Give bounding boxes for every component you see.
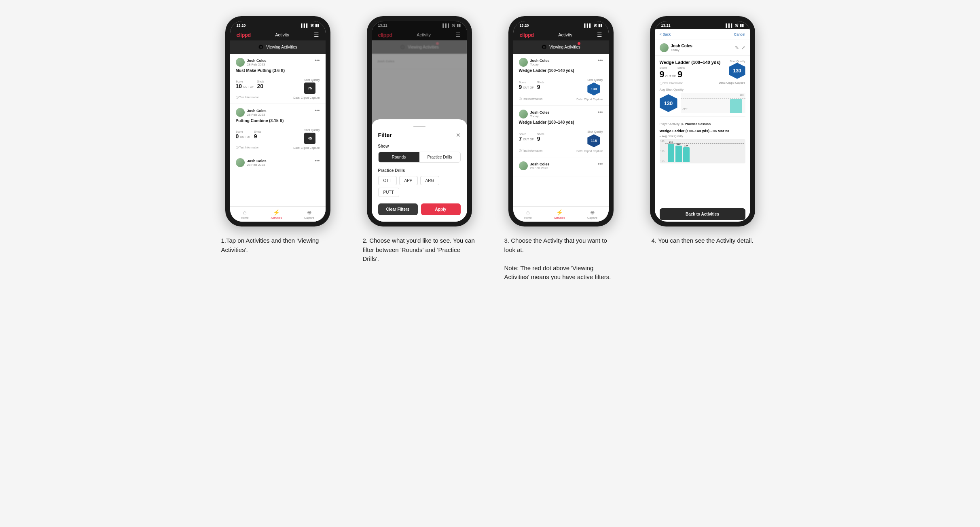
modal-close-button[interactable]: ✕ bbox=[456, 132, 461, 138]
dots-menu-3-1[interactable]: ••• bbox=[598, 58, 603, 63]
bar-item-3: 124 bbox=[683, 144, 690, 162]
user-name-3-3: Josh Coles bbox=[530, 162, 550, 166]
toggle-rounds[interactable]: Rounds bbox=[379, 152, 419, 162]
bottom-nav-3: ⌂ Home ⚡ Activities ⊕ Capture bbox=[513, 206, 609, 222]
shots-val-3-2: 9 bbox=[537, 135, 544, 142]
capture-icon-3: ⊕ bbox=[590, 209, 595, 216]
hamburger-icon-3[interactable]: ☰ bbox=[597, 32, 602, 38]
hamburger-icon-1[interactable]: ☰ bbox=[314, 32, 319, 38]
nav-bar-3: clippd Activity ☰ bbox=[513, 29, 609, 40]
drill-btn-ott[interactable]: OTT bbox=[378, 176, 397, 185]
dots-menu-3-3[interactable]: ••• bbox=[598, 161, 603, 167]
practice-drills-label: Practice Drills bbox=[378, 168, 461, 173]
phone-1: 13:20 ▌▌▌ ⌘ ▮▮ clippd Activity ☰ ⚙ Vie bbox=[225, 16, 330, 226]
nav-activities-3[interactable]: ⚡ Activities bbox=[554, 209, 565, 219]
card-footer-3-2: ⓘ Test Information Data: Clippd Capture bbox=[519, 149, 603, 153]
phone-3: 13:20 ▌▌▌ ⌘ ▮▮ clippd Activity ☰ ⚙ Vie bbox=[508, 16, 614, 226]
activity-title-3-1: Wedge Ladder (100–140 yds) bbox=[519, 68, 603, 73]
detail-user-date: Today bbox=[671, 48, 692, 52]
dots-menu-3-2[interactable]: ••• bbox=[598, 110, 603, 115]
shots-group-1-1: Shots 20 bbox=[257, 80, 264, 89]
user-info-1-2: Josh Coles 28 Feb 2023 bbox=[236, 108, 267, 117]
sq-group-1-1: Shot Quality 75 bbox=[304, 75, 320, 94]
filter-modal: Filter ✕ Show Rounds Practice Drills Pra… bbox=[372, 119, 467, 222]
home-icon-3: ⌂ bbox=[526, 209, 529, 216]
detail-content: Wedge Ladder (100–140 yds) Score 9 OUT O… bbox=[655, 56, 750, 207]
back-button[interactable]: < Back bbox=[660, 32, 671, 36]
wifi-icon-3: ⌘ bbox=[593, 23, 597, 28]
avg-label: Avg Shot Quality bbox=[660, 88, 745, 91]
back-to-activities-button[interactable]: Back to Activities bbox=[660, 208, 745, 220]
battery-icon-1: ▮▮ bbox=[315, 23, 319, 28]
hex-badge-3-2: 118 bbox=[587, 134, 600, 147]
shots-group-3-1: Shots 9 bbox=[537, 81, 544, 90]
activity-card-3-2[interactable]: Josh Coles Today ••• Wedge Ladder (100–1… bbox=[513, 106, 609, 157]
modal-overlay-2: Filter ✕ Show Rounds Practice Drills Pra… bbox=[372, 21, 467, 222]
detail-nav-header: < Back Cancel bbox=[655, 29, 750, 40]
nav-logo-1: clippd bbox=[237, 32, 251, 38]
sq-group-1-2: Shot Quality 45 bbox=[304, 125, 320, 144]
step-1-column: 13:20 ▌▌▌ ⌘ ▮▮ clippd Activity ☰ ⚙ Vie bbox=[215, 16, 341, 254]
sq-group-3-1: Shot Quality 130 bbox=[587, 75, 603, 95]
user-date-1-3: 28 Feb 2023 bbox=[247, 163, 267, 167]
detail-hex-badge: 130 bbox=[729, 63, 745, 79]
activity-title-3-2: Wedge Ladder (100–140 yds) bbox=[519, 120, 603, 125]
viewing-banner-1[interactable]: ⚙ Viewing Activities bbox=[230, 40, 326, 54]
avg-shot-quality-section: Avg Shot Quality 130 130 APP bbox=[660, 88, 745, 113]
signal-icon-4: ▌▌▌ bbox=[726, 23, 733, 28]
activity-card-1-3[interactable]: Josh Coles 28 Feb 2023 ••• bbox=[230, 154, 326, 173]
phone-4: 13:21 ▌▌▌ ⌘ ▮▮ < Back Cancel bbox=[650, 16, 755, 226]
page-container: 13:20 ▌▌▌ ⌘ ▮▮ clippd Activity ☰ ⚙ Vie bbox=[207, 16, 773, 282]
activity-card-3-1[interactable]: Josh Coles Today ••• Wedge Ladder (100–1… bbox=[513, 54, 609, 106]
phone-1-screen: 13:20 ▌▌▌ ⌘ ▮▮ clippd Activity ☰ ⚙ Vie bbox=[230, 21, 326, 222]
activity-card-1-2[interactable]: Josh Coles 28 Feb 2023 ••• Putting Combi… bbox=[230, 104, 326, 154]
home-icon-1: ⌂ bbox=[243, 209, 246, 216]
screen-content-1: Josh Coles 28 Feb 2023 ••• Must Make Put… bbox=[230, 54, 326, 206]
detail-footer-info: ⓘ Test Information bbox=[660, 81, 684, 85]
nav-capture-3[interactable]: ⊕ Capture bbox=[587, 209, 597, 219]
wifi-icon-1: ⌘ bbox=[310, 23, 314, 28]
user-date-1-2: 28 Feb 2023 bbox=[247, 113, 267, 116]
nav-home-1[interactable]: ⌂ Home bbox=[241, 209, 249, 219]
user-name-3-1: Josh Coles bbox=[530, 59, 550, 63]
detail-user-name: Josh Coles bbox=[671, 44, 692, 48]
activities-icon-3: ⚡ bbox=[556, 209, 563, 216]
drill-btn-app[interactable]: APP bbox=[399, 176, 418, 185]
viewing-banner-3[interactable]: ⚙ Viewing Activities bbox=[513, 40, 609, 54]
activity-card-3-3[interactable]: Josh Coles 28 Feb 2023 ••• bbox=[513, 157, 609, 176]
nav-title-3: Activity bbox=[558, 32, 572, 37]
dots-menu-1-3[interactable]: ••• bbox=[315, 158, 320, 164]
red-dot-3 bbox=[578, 42, 580, 45]
nav-title-1: Activity bbox=[275, 32, 289, 37]
screen-content-3: Josh Coles Today ••• Wedge Ladder (100–1… bbox=[513, 54, 609, 206]
avatar-1-2 bbox=[236, 108, 245, 117]
detail-user-left: Josh Coles Today bbox=[660, 43, 692, 52]
nav-capture-1[interactable]: ⊕ Capture bbox=[304, 209, 314, 219]
toggle-practice-drills[interactable]: Practice Drills bbox=[419, 152, 460, 162]
phone-2-screen: 13:21 ▌▌▌ ⌘ ▮▮ clippd Activity ☰ ⚙ bbox=[372, 21, 467, 222]
dots-menu-1-1[interactable]: ••• bbox=[315, 58, 320, 63]
cancel-button[interactable]: Cancel bbox=[734, 32, 745, 36]
wifi-icon-4: ⌘ bbox=[735, 23, 739, 28]
signal-icon-3: ▌▌▌ bbox=[584, 23, 592, 28]
nav-logo-3: clippd bbox=[520, 32, 534, 38]
drill-btn-putt[interactable]: PUTT bbox=[378, 188, 399, 197]
drill-btn-arg[interactable]: ARG bbox=[420, 176, 440, 185]
user-name-3-2: Josh Coles bbox=[530, 110, 550, 114]
expand-icon-4[interactable]: ⤢ bbox=[741, 45, 745, 51]
apply-button[interactable]: Apply bbox=[421, 203, 461, 215]
nav-activities-1[interactable]: ⚡ Activities bbox=[271, 209, 282, 219]
bottom-nav-1: ⌂ Home ⚡ Activities ⊕ Capture bbox=[230, 206, 326, 222]
activity-card-1-1[interactable]: Josh Coles 28 Feb 2023 ••• Must Make Put… bbox=[230, 54, 326, 104]
avatar-3-2 bbox=[519, 110, 528, 119]
dots-menu-1-2[interactable]: ••• bbox=[315, 108, 320, 114]
shots-group-3-2: Shots 9 bbox=[537, 133, 544, 142]
card-header-1-2: Josh Coles 28 Feb 2023 ••• bbox=[236, 108, 320, 117]
modal-actions: Clear Filters Apply bbox=[378, 203, 461, 215]
score-group-3-2: Score 7 OUT OF bbox=[519, 133, 534, 142]
edit-icon-4[interactable]: ✎ bbox=[735, 45, 739, 51]
clear-filters-button[interactable]: Clear Filters bbox=[378, 203, 418, 215]
nav-home-3[interactable]: ⌂ Home bbox=[524, 209, 532, 219]
score-val-3-1: 9 bbox=[519, 84, 522, 90]
step-2-column: 13:21 ▌▌▌ ⌘ ▮▮ clippd Activity ☰ ⚙ bbox=[357, 16, 482, 264]
